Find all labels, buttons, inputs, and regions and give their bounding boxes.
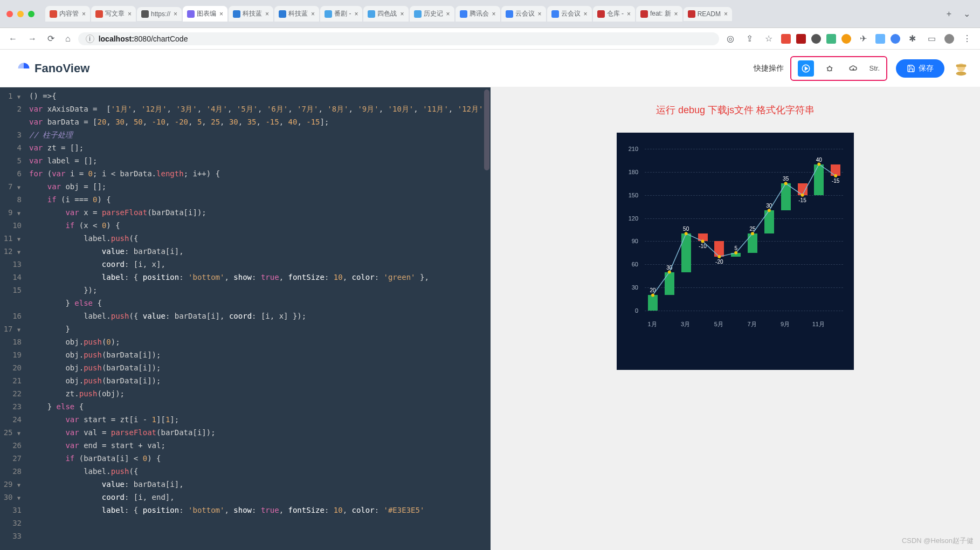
tab-label: 历史记 [424,9,443,18]
bar-label: -15 [832,178,839,184]
favicon [95,10,103,18]
browser-tab[interactable]: 历史记× [410,6,454,22]
bar-label: 20 [650,287,655,293]
close-tab-icon[interactable]: × [538,10,542,18]
reload-button[interactable]: ⟳ [44,31,58,46]
profile-avatar[interactable] [944,34,954,44]
ext-icon-2[interactable] [875,34,885,44]
extensions-icon[interactable]: ✱ [906,31,919,46]
browser-tab[interactable]: 番剧 -× [320,6,362,22]
close-tab-icon[interactable]: × [492,10,496,18]
ext-icon-3[interactable] [891,34,900,44]
browser-toolbar: ← → ⟳ ⌂ i localhost:8080/chartCode ◎ ⇪ ☆… [0,28,980,50]
browser-tab[interactable]: 图表编× [183,6,227,22]
address-bar[interactable]: i localhost:8080/chartCode [78,32,719,45]
close-tab-icon[interactable]: × [219,10,223,18]
home-button[interactable]: ⌂ [62,32,74,46]
y-tick: 180 [629,169,638,175]
browser-tab[interactable]: 写文章× [91,6,136,22]
user-avatar[interactable] [953,60,969,77]
download-button[interactable] [845,60,861,77]
browser-tab[interactable]: 云会议× [547,6,592,22]
close-tab-icon[interactable]: × [724,10,728,18]
minimize-dot[interactable] [17,11,24,17]
bar-label: 5 [734,245,737,251]
back-button[interactable]: ← [5,32,20,46]
tab-label: 四色战 [377,9,397,18]
browser-tab[interactable]: 云会议× [501,6,546,22]
ext-icon-1[interactable] [841,34,851,44]
bar-label: 30 [666,265,672,271]
close-tab-icon[interactable]: × [584,10,588,18]
browser-tab[interactable]: 四色战× [363,6,408,22]
browser-tab[interactable]: 仓库 -× [593,6,635,22]
save-button[interactable]: 保存 [896,59,944,78]
tab-overflow[interactable]: ⌄ [960,6,974,21]
chart-container: 0306090120150180210203050-10-205253035-1… [617,133,854,370]
logo[interactable]: FanoView [16,61,89,76]
quick-tools: Str. [790,56,887,81]
browser-tab[interactable]: READM× [684,7,732,21]
close-tab-icon[interactable]: × [627,10,631,18]
save-icon [907,64,915,73]
close-tab-icon[interactable]: × [265,10,269,18]
close-tab-icon[interactable]: × [82,10,86,18]
debug-button[interactable] [822,60,838,77]
close-tab-icon[interactable]: × [311,10,315,18]
close-dot[interactable] [6,11,13,17]
code-body[interactable]: () =>{var xAxisData = ['1月', '12月', '3月'… [0,87,491,517]
tab-label: 内容管 [59,9,79,18]
tab-label: https:// [151,10,170,18]
browser-tab[interactable]: 科技蓝× [229,6,273,22]
bar-label: 25 [749,226,755,232]
site-info-icon[interactable]: i [86,35,94,43]
x-tick: 7月 [747,320,756,328]
annotation-text: 运行 debug 下载js文件 格式化字符串 [512,104,958,116]
app-header: FanoView 快捷操作 Str. 保存 [0,50,980,87]
favicon [688,10,695,18]
format-string-button[interactable]: Str. [869,64,880,72]
zoom-dot[interactable] [28,11,34,17]
bar-label: -15 [798,197,806,203]
forward-button[interactable]: → [25,32,40,46]
panel-icon[interactable]: ▭ [924,31,939,46]
gsuite-icon[interactable]: ◎ [723,31,737,46]
x-tick: 1月 [647,320,657,328]
star-icon[interactable]: ☆ [762,31,776,46]
vue-devtools-icon[interactable] [826,34,836,44]
close-tab-icon[interactable]: × [128,10,132,18]
browser-tab[interactable]: 腾讯会× [456,6,500,22]
toolbar-right: ◎ ⇪ ☆ ✈ ✱ ▭ ⋮ [723,31,975,46]
favicon [414,10,422,18]
browser-tab[interactable]: feat: 新× [636,6,682,22]
telegram-icon[interactable]: ✈ [857,31,870,46]
close-tab-icon[interactable]: × [400,10,404,18]
cloud-download-icon [848,64,858,73]
run-button[interactable] [798,60,814,77]
bar-label: -20 [715,259,723,265]
share-icon[interactable]: ⇪ [743,31,756,46]
editor-scrollbar[interactable] [484,90,489,170]
fe-extension-icon[interactable] [781,34,791,44]
favicon [460,10,467,18]
tab-label: 仓库 - [607,9,624,18]
close-tab-icon[interactable]: × [174,10,177,18]
y-tick: 0 [635,307,638,314]
browser-tab[interactable]: https://× [137,7,182,21]
close-tab-icon[interactable]: × [354,10,358,18]
close-tab-icon[interactable]: × [446,10,450,18]
code-editor[interactable]: 1 ▼234567 ▼89 ▼1011 ▼12 ▼1314151617 ▼181… [0,87,491,550]
browser-tab[interactable]: 科技蓝× [274,6,319,22]
menu-icon[interactable]: ⋮ [960,31,975,46]
new-tab-button[interactable]: + [942,9,956,19]
dark-icon[interactable] [811,34,821,44]
svg-line-3 [827,67,828,68]
tab-label: 云会议 [515,9,535,18]
browser-tab[interactable]: 内容管× [45,6,90,22]
favicon [141,10,149,18]
favicon [279,10,286,18]
ublock-icon[interactable] [796,34,806,44]
close-tab-icon[interactable]: × [674,10,678,18]
favicon [187,10,195,18]
tab-label: 番剧 - [334,9,351,18]
